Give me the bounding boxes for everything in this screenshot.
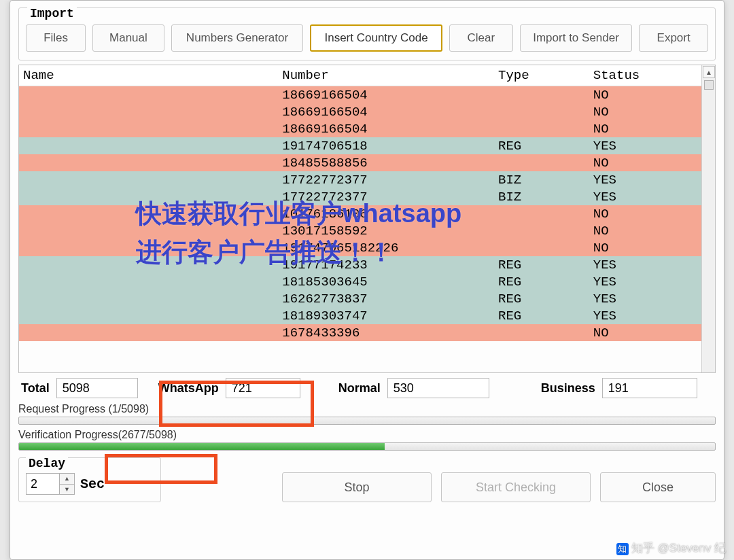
cell-name: [19, 222, 278, 239]
import-toolbar: Files Manual Numbers Generator Insert Co…: [26, 24, 708, 52]
table-row[interactable]: 18189303747REGYES: [19, 307, 701, 324]
cell-type: REG: [494, 290, 589, 307]
cell-type: BIZ: [494, 188, 589, 205]
start-checking-button[interactable]: Start Checking: [441, 472, 591, 502]
cell-status: NO: [589, 103, 701, 120]
table-row[interactable]: 17722772377BIZYES: [19, 171, 701, 188]
delay-group: Delay ▲ ▼ Sec: [18, 457, 161, 502]
cell-type: [494, 86, 589, 104]
verification-progress-fill: [19, 443, 385, 450]
cell-type: REG: [494, 273, 589, 290]
cell-status: NO: [589, 222, 701, 239]
numbers-generator-button[interactable]: Numbers Generator: [171, 24, 304, 52]
table-row[interactable]: 10176186106NO: [19, 205, 701, 222]
delay-spinner[interactable]: ▲ ▼: [26, 473, 75, 495]
cell-status: NO: [589, 205, 701, 222]
close-button[interactable]: Close: [600, 472, 716, 502]
cell-type: [494, 324, 589, 341]
stop-button[interactable]: Stop: [282, 472, 432, 502]
table-row[interactable]: 1678433396NO: [19, 324, 701, 341]
cell-name: [19, 324, 278, 341]
cell-number: 18669166504: [278, 120, 494, 137]
bottom-row: Delay ▲ ▼ Sec Stop Start Checking Close: [18, 457, 716, 502]
table-row[interactable]: 19177174233REGYES: [19, 256, 701, 273]
results-table-wrap: Name Number Type Status 18669166504NO186…: [18, 65, 716, 373]
col-header-type[interactable]: Type: [494, 65, 589, 86]
cell-name: [19, 86, 278, 104]
cell-type: [494, 120, 589, 137]
cell-name: [19, 290, 278, 307]
results-table-scroll[interactable]: Name Number Type Status 18669166504NO186…: [19, 65, 701, 372]
delay-input[interactable]: [27, 474, 59, 494]
col-header-number[interactable]: Number: [278, 65, 494, 86]
cell-name: [19, 154, 278, 171]
table-row[interactable]: 191747065182226NO: [19, 239, 701, 256]
cell-number: 18485588856: [278, 154, 494, 171]
verification-progress-block: Verification Progress(2677/5098): [18, 429, 716, 451]
request-progress-label: Request Progress (1/5098): [18, 403, 716, 415]
cell-status: NO: [589, 324, 701, 341]
insert-country-code-button[interactable]: Insert Country Code: [310, 24, 442, 52]
scroll-thumb[interactable]: [704, 80, 714, 90]
cell-number: 18185303645: [278, 273, 494, 290]
cell-type: BIZ: [494, 171, 589, 188]
verification-progress-label: Verification Progress(2677/5098): [18, 429, 716, 441]
main-window: Import Files Manual Numbers Generator In…: [10, 0, 724, 560]
table-row[interactable]: 18669166504NO: [19, 86, 701, 104]
cell-name: [19, 205, 278, 222]
whatsapp-value: 721: [226, 378, 300, 398]
cell-type: [494, 222, 589, 239]
scroll-up-icon[interactable]: ▲: [703, 66, 715, 78]
cell-status: NO: [589, 86, 701, 104]
table-row[interactable]: 18485588856NO: [19, 154, 701, 171]
cell-name: [19, 103, 278, 120]
import-group: Import Files Manual Numbers Generator In…: [18, 7, 716, 60]
table-row[interactable]: 17722772377BIZYES: [19, 188, 701, 205]
files-button[interactable]: Files: [26, 24, 86, 52]
table-vertical-scrollbar[interactable]: ▲: [701, 65, 715, 372]
cell-type: [494, 103, 589, 120]
cell-type: [494, 239, 589, 256]
cell-number: 13017158592: [278, 222, 494, 239]
cell-status: YES: [589, 307, 701, 324]
col-header-name[interactable]: Name: [19, 65, 278, 86]
manual-button[interactable]: Manual: [92, 24, 164, 52]
cell-number: 19174706518: [278, 137, 494, 154]
import-title: Import: [27, 7, 77, 20]
total-label: Total: [18, 381, 52, 396]
table-row[interactable]: 18669166504NO: [19, 103, 701, 120]
verification-progress-bar: [18, 442, 716, 451]
table-row[interactable]: 18669166504NO: [19, 120, 701, 137]
cell-status: YES: [589, 256, 701, 273]
cell-name: [19, 256, 278, 273]
request-progress-block: Request Progress (1/5098): [18, 403, 716, 425]
col-header-status[interactable]: Status: [589, 65, 701, 86]
cell-number: 17722772377: [278, 188, 494, 205]
cell-number: 1678433396: [278, 324, 494, 341]
spinner-down-icon[interactable]: ▼: [60, 485, 74, 495]
table-row[interactable]: 16262773837REGYES: [19, 290, 701, 307]
cell-number: 18669166504: [278, 103, 494, 120]
cell-status: YES: [589, 188, 701, 205]
cell-number: 10176186106: [278, 205, 494, 222]
import-to-sender-button[interactable]: Import to Sender: [520, 24, 633, 52]
total-value: 5098: [56, 378, 138, 398]
clear-button[interactable]: Clear: [449, 24, 513, 52]
cell-type: REG: [494, 307, 589, 324]
request-progress-bar: [18, 417, 716, 425]
spinner-up-icon[interactable]: ▲: [60, 474, 74, 485]
table-row[interactable]: 19174706518REGYES: [19, 137, 701, 154]
delay-unit: Sec: [80, 476, 105, 492]
export-button[interactable]: Export: [639, 24, 708, 52]
cell-type: [494, 154, 589, 171]
cell-name: [19, 120, 278, 137]
cell-number: 16262773837: [278, 290, 494, 307]
cell-number: 18669166504: [278, 86, 494, 104]
cell-type: [494, 205, 589, 222]
cell-number: 191747065182226: [278, 239, 494, 256]
cell-name: [19, 137, 278, 154]
cell-name: [19, 171, 278, 188]
delay-title: Delay: [26, 457, 68, 470]
table-row[interactable]: 13017158592NO: [19, 222, 701, 239]
table-row[interactable]: 18185303645REGYES: [19, 273, 701, 290]
